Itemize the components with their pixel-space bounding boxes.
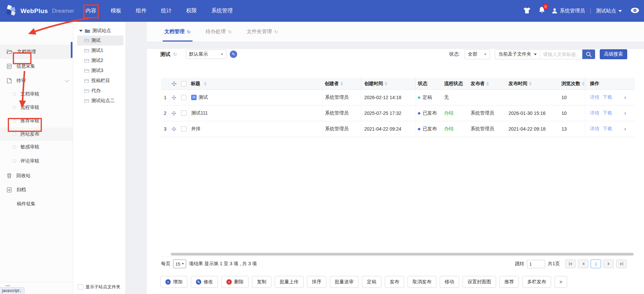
row-expand-chevron-icon[interactable]: › — [624, 126, 626, 132]
sidebar-item-recommend-review[interactable]: 推荐审核 — [0, 114, 73, 128]
status-filter-select[interactable]: 全部 — [465, 49, 490, 59]
sort-icon[interactable] — [486, 82, 489, 86]
advanced-search-button[interactable]: 高级搜索 — [600, 49, 627, 59]
per-page-select[interactable]: 15 — [173, 260, 186, 268]
tree-node-test1[interactable]: 测试1 — [73, 46, 125, 56]
sidebar-item-doc-review[interactable]: 文档审核 — [0, 87, 73, 101]
sidebar-item-recycle-bin[interactable]: 回收站 — [0, 168, 73, 183]
tree-node-test2[interactable]: 测试2 — [73, 56, 125, 66]
more-toolbar-button[interactable]: > — [554, 276, 567, 288]
nav-item-permission[interactable]: 权限 — [186, 7, 197, 14]
refresh-icon[interactable]: ↻ — [173, 52, 177, 57]
modify-button[interactable]: ✎ 修改 — [191, 276, 218, 288]
publish-button[interactable]: 发布 — [385, 276, 404, 288]
nav-item-statistics[interactable]: 统计 — [161, 7, 172, 14]
recommend-button[interactable]: 推荐 — [499, 276, 519, 288]
nav-item-template[interactable]: 模板 — [111, 7, 121, 14]
header-cell-title[interactable]: 标题 — [189, 78, 322, 89]
detail-link[interactable]: 详情 — [590, 126, 599, 132]
first-page-button[interactable] — [565, 260, 576, 268]
last-page-button[interactable] — [616, 260, 627, 268]
drag-handle-icon[interactable] — [169, 105, 178, 121]
drag-handle-icon[interactable] — [169, 121, 178, 137]
tree-node-contrib-column[interactable]: 投稿栏目 — [73, 76, 125, 86]
batch-submit-review-button[interactable]: 批量送审 — [330, 276, 359, 288]
sidebar-item-archive[interactable]: 归档 — [0, 182, 73, 197]
row-checkbox[interactable] — [181, 126, 186, 132]
copy-button[interactable]: 复制 — [252, 276, 271, 288]
header-cell-pub-time[interactable]: 发布时间 — [506, 78, 559, 89]
tree-expand-icon[interactable] — [79, 30, 83, 32]
tree-node-test[interactable]: 测试 — [77, 35, 123, 46]
tab-todo-processing[interactable]: 待办处理 ↻ — [206, 22, 232, 42]
row-expand-chevron-icon[interactable]: › — [624, 110, 626, 117]
horizontal-scrollbar[interactable] — [171, 253, 634, 255]
next-page-button[interactable] — [603, 260, 614, 268]
select-all-checkbox[interactable] — [181, 81, 186, 86]
view-mode-select[interactable]: 默认展示 — [186, 50, 227, 59]
row-checkbox[interactable] — [181, 95, 186, 100]
nav-item-content[interactable]: 内容 — [86, 7, 96, 14]
site-switcher[interactable]: 测试站点 — [596, 8, 622, 14]
sidebar-item-flow-review[interactable]: 流程审核 — [0, 101, 73, 114]
row-checkbox[interactable] — [181, 111, 186, 116]
edit-view-button[interactable]: ✎ — [230, 51, 237, 58]
sidebar-item-info-collect[interactable]: 信息采集 — [0, 59, 73, 73]
sort-icon[interactable] — [340, 82, 343, 86]
search-scope-select[interactable]: 当前及子文件夹 — [495, 50, 540, 59]
doc-title-link[interactable]: 测试 — [199, 94, 208, 100]
drag-handle-icon[interactable] — [169, 90, 178, 105]
finalize-button[interactable]: 定稿 — [362, 276, 381, 288]
detail-link[interactable]: 详情 — [590, 94, 599, 100]
add-button[interactable]: + 增加 — [160, 276, 187, 288]
chevron-down-icon[interactable] — [65, 78, 69, 82]
tree-root-site[interactable]: 测试站点 — [73, 26, 125, 35]
sidebar-item-sensitive-review[interactable]: 敏感审核 — [0, 140, 73, 154]
prev-page-button[interactable] — [578, 260, 588, 268]
sort-icon[interactable] — [582, 82, 585, 86]
tab-folder-management[interactable]: 文件夹管理 ↻ — [247, 22, 278, 42]
search-button[interactable] — [582, 50, 595, 59]
sidebar-scrollbar-thumb[interactable] — [71, 42, 72, 58]
search-input[interactable] — [540, 50, 582, 59]
download-link[interactable]: 下载 — [603, 126, 612, 132]
header-cell-publisher[interactable]: 发布者 — [468, 78, 506, 89]
page-number-button[interactable]: 1 — [591, 260, 601, 268]
doc-title-link[interactable]: 并排 — [191, 126, 201, 132]
refresh-icon[interactable]: ↻ — [228, 29, 232, 34]
nav-item-component[interactable]: 组件 — [136, 7, 147, 14]
tab-doc-management[interactable]: 文档管理 ↻ — [164, 22, 191, 42]
sort-icon[interactable] — [385, 82, 387, 86]
row-expand-chevron-icon[interactable]: › — [624, 94, 626, 101]
theme-shirt-icon[interactable] — [523, 7, 531, 15]
header-cell-creator[interactable]: 创建者 — [322, 78, 361, 89]
sort-button[interactable]: 排序 — [307, 276, 326, 288]
unpublish-button[interactable]: 取消发布 — [408, 276, 436, 288]
sidebar-item-doc-management[interactable]: 文档管理 — [0, 45, 73, 59]
tree-node-todo[interactable]: 代办 — [73, 86, 125, 96]
download-link[interactable]: 下载 — [603, 94, 612, 100]
refresh-icon[interactable]: ↻ — [274, 29, 278, 34]
tree-node-site2[interactable]: 测试站点二 — [73, 96, 125, 106]
user-menu[interactable]: 系统管理员 — [552, 8, 585, 14]
set-cover-button[interactable]: 设置封面图 — [463, 276, 496, 288]
sort-icon[interactable] — [204, 82, 207, 86]
preview-eye-button[interactable] — [631, 7, 639, 15]
sort-icon[interactable] — [529, 82, 532, 86]
header-cell-views[interactable]: 浏览次数 — [559, 78, 585, 89]
multi-column-publish-button[interactable]: 多栏发布 — [522, 276, 551, 288]
notifications-button[interactable]: 0 — [539, 7, 545, 15]
download-link[interactable]: 下载 — [603, 110, 612, 116]
sidebar-item-cross-site-publish[interactable]: 跨站发布 — [0, 128, 73, 141]
detail-link[interactable]: 详情 — [590, 110, 599, 116]
jump-page-input[interactable] — [527, 260, 545, 268]
sidebar-item-pending-review[interactable]: 待审 — [0, 73, 73, 88]
sidebar-item-draft-collect[interactable]: 稿件征集 — [0, 197, 73, 211]
delete-button[interactable]: × 删除 — [221, 276, 249, 288]
show-subsite-checkbox[interactable] — [78, 284, 83, 290]
header-cell-created[interactable]: 创建时间 — [361, 78, 415, 89]
nav-item-system[interactable]: 系统管理 — [211, 7, 233, 14]
move-button[interactable]: 移动 — [440, 276, 459, 288]
refresh-icon[interactable]: ↻ — [187, 29, 191, 34]
batch-upload-button[interactable]: 批量上传 — [275, 276, 304, 288]
